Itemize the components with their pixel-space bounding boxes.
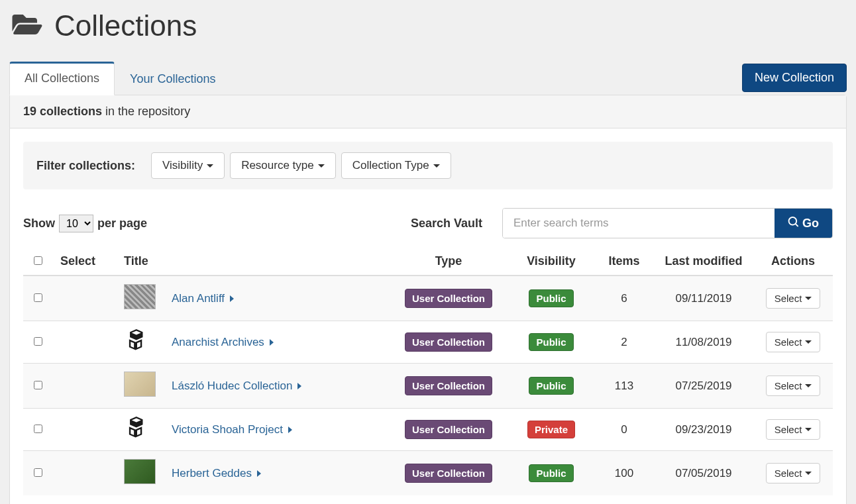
chevron-right-icon [297,383,301,389]
type-badge: User Collection [405,464,492,483]
filter-buttons: Visibility Resource type Collection Type [151,152,451,179]
go-label: Go [802,217,819,230]
row-checkbox[interactable] [34,468,42,477]
table-row: Victoria Shoah ProjectUser CollectionPri… [23,409,833,451]
modified-date: 07/25/2019 [654,364,753,409]
row-checkbox[interactable] [34,425,42,433]
modified-date: 09/23/2019 [654,409,753,451]
row-actions-button[interactable]: Select [766,288,821,309]
items-count: 2 [594,321,654,364]
tabs-row: All Collections Your Collections New Col… [9,61,847,95]
search-area: Search Vault Go [411,208,833,238]
modified-date: 09/11/2019 [654,276,753,321]
type-badge: User Collection [405,289,492,308]
new-collection-button[interactable]: New Collection [742,64,847,92]
row-actions-button[interactable]: Select [766,419,821,440]
collections-table: Select Title Type Visibility Items Last … [23,248,833,495]
caret-down-icon [805,340,812,344]
search-label: Search Vault [411,217,482,230]
search-input[interactable] [503,209,775,238]
caret-down-icon [207,164,213,168]
visibility-badge: Public [529,464,573,482]
show-prefix: Show [23,217,55,230]
type-badge: User Collection [405,332,492,352]
caret-down-icon [318,164,325,168]
visibility-badge: Public [529,289,573,307]
thumbnail-image [124,284,156,309]
tab-all-collections[interactable]: All Collections [9,62,115,95]
thumbnail-image [124,459,156,484]
collection-title-link[interactable]: Alan Antliff [172,292,225,305]
collection-title-link[interactable]: Herbert Geddes [172,467,252,479]
items-count: 6 [594,276,654,321]
collections-count-suffix: in the repository [102,105,190,118]
items-count: 113 [594,364,654,409]
filter-collection-type-button[interactable]: Collection Type [341,152,451,179]
tabs: All Collections Your Collections [9,61,231,95]
type-badge: User Collection [405,376,492,395]
chevron-right-icon [230,295,234,302]
type-badge: User Collection [405,420,492,439]
visibility-badge: Private [527,421,575,438]
page-header: Collections [12,9,847,42]
search-go-button[interactable]: Go [775,209,832,238]
caret-down-icon [805,428,812,431]
collection-title-link[interactable]: Anarchist Archives [172,336,264,348]
caret-down-icon [805,472,812,475]
th-visibility: Visibility [508,248,594,276]
panel-body: Filter collections: Visibility Resource … [10,128,846,504]
row-actions-button[interactable]: Select [766,332,821,352]
search-icon [788,217,798,230]
tab-your-collections[interactable]: Your Collections [115,62,231,95]
collections-count: 19 collections [23,105,102,118]
visibility-badge: Public [529,377,573,395]
table-row: Anarchist ArchivesUser CollectionPublic2… [23,321,833,364]
items-count: 0 [594,409,654,451]
modified-date: 07/05/2019 [654,451,753,496]
filter-visibility-button[interactable]: Visibility [151,152,225,179]
folder-open-icon [12,11,42,40]
row-checkbox[interactable] [34,381,42,389]
chevron-right-icon [288,427,292,433]
show-suffix: per page [97,217,147,230]
th-select: Select [52,248,116,276]
chevron-right-icon [257,470,261,477]
collection-title-link[interactable]: Victoria Shoah Project [172,423,283,436]
chevron-right-icon [270,339,274,346]
row-checkbox[interactable] [34,337,42,346]
filter-collection-type-label: Collection Type [352,159,429,172]
th-actions: Actions [753,248,833,276]
filter-label: Filter collections: [36,159,135,173]
cubes-icon [124,329,150,355]
table-row: Herbert GeddesUser CollectionPublic10007… [23,451,833,496]
th-items: Items [594,248,654,276]
visibility-badge: Public [529,333,573,351]
modified-date: 11/08/2019 [654,321,753,364]
panel-heading: 19 collections in the repository [10,95,846,128]
filter-resource-type-label: Resource type [241,159,314,172]
filter-bar: Filter collections: Visibility Resource … [23,142,833,189]
per-page-select[interactable]: 10 [59,215,93,232]
thumbnail-image [124,372,156,397]
caret-down-icon [805,384,812,387]
show-per-page: Show 10 per page [23,215,147,232]
select-all-checkbox[interactable] [34,256,42,265]
collection-title-link[interactable]: László Hudec Collection [172,379,292,392]
toolbar-row: Show 10 per page Search Vault [23,208,833,238]
row-checkbox[interactable] [34,293,42,302]
caret-down-icon [433,164,440,168]
filter-resource-type-button[interactable]: Resource type [230,152,336,179]
search-input-group: Go [502,208,833,238]
filter-visibility-label: Visibility [162,159,203,172]
cubes-icon [124,417,150,442]
row-actions-button[interactable]: Select [766,376,821,396]
th-title: Title [116,248,389,276]
th-type: Type [389,248,508,276]
caret-down-icon [805,297,812,300]
page-container: Collections All Collections Your Collect… [0,0,856,504]
row-actions-button[interactable]: Select [766,463,821,483]
main-panel: 19 collections in the repository Filter … [9,95,847,504]
page-title: Collections [54,9,197,42]
items-count: 100 [594,451,654,496]
table-row: László Hudec CollectionUser CollectionPu… [23,364,833,409]
